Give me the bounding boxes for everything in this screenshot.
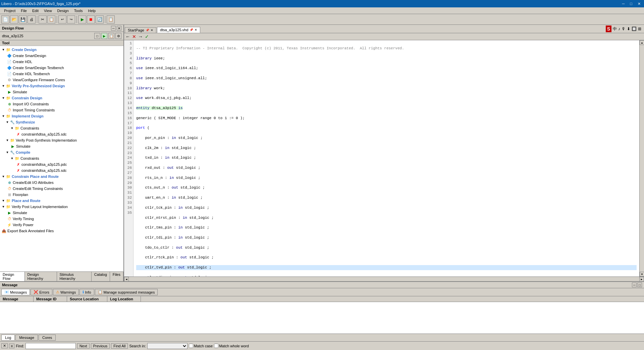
tree-synth-sdc[interactable]: ✗ constraint\dtsa_a3p125.sdc [1, 131, 123, 137]
msg-tab-errors[interactable]: ❌ Errors [31, 289, 52, 295]
toolbar-refresh[interactable]: 🔄 [96, 15, 104, 23]
tree-verify-timing[interactable]: ⏱ Verify Timing [1, 216, 123, 222]
toolbar-extra[interactable]: 📋 [107, 15, 115, 23]
toolbar-undo[interactable]: ↩ [58, 15, 66, 23]
col-message[interactable]: Message [0, 296, 34, 302]
tree-verify-power[interactable]: ⚡ Verify Power [1, 222, 123, 228]
tree-constrain-design[interactable]: ▼ 📁 Constrain Design [1, 95, 123, 101]
find-next-btn[interactable]: Next [77, 343, 90, 349]
tree-create-design[interactable]: ▼ 📁 Create Design [1, 47, 123, 53]
design-view-btn[interactable]: □ [94, 33, 100, 39]
toolbar-copy[interactable]: 📋 [47, 15, 55, 23]
title-controls[interactable]: ─ □ ✕ [620, 2, 643, 6]
minimize-button[interactable]: ─ [620, 2, 627, 6]
tree-constrain-place-route[interactable]: ▼ 📁 Constrain Place and Route [1, 173, 123, 180]
dtsa-tab-close[interactable]: ✕ [195, 28, 197, 32]
tree-implement-design[interactable]: ▼ 📁 Implement Design [1, 113, 123, 119]
menu-design[interactable]: Design [55, 8, 71, 13]
toolbar-stop[interactable]: ⏹ [87, 15, 95, 23]
scroll-up-btn[interactable]: ▲ [640, 40, 644, 45]
toolbar-run[interactable]: ▶ [78, 15, 86, 23]
tree-place-route[interactable]: ▼ 📁 Place and Route [1, 198, 123, 204]
df-tab-files[interactable]: Files [110, 272, 123, 281]
toolbar-new[interactable]: 📄 [1, 15, 9, 23]
tree-compile-sdc[interactable]: ✗ constraint\dtsa_a3p125.sdc [1, 167, 123, 173]
msg-tab-warnings[interactable]: ⚠ Warnings [53, 289, 79, 295]
tree-create-timing[interactable]: ⏱ Create/Edit Timing Constraints [1, 186, 123, 192]
msg-maximize-btn[interactable]: □ [637, 283, 642, 287]
tree-verify-pre[interactable]: ▼ 📁 Verify Pre-Synthesized Design [1, 83, 123, 89]
df-tab-design-hierarchy[interactable]: Design Hierarchy [25, 272, 57, 281]
menu-file[interactable]: File [18, 8, 30, 13]
tree-simulate-1[interactable]: ▶ Simulate [1, 89, 123, 95]
col-source-location[interactable]: Source Location [67, 296, 107, 302]
editor-scrollbar[interactable]: ▲ ▼ [639, 40, 644, 277]
close-button[interactable]: ✕ [636, 2, 643, 6]
code-content[interactable]: -- TI Proprietary Information - Internal… [133, 40, 639, 277]
tree-expand-implement[interactable]: ▼ [1, 114, 5, 118]
toolbar-save[interactable]: 💾 [19, 15, 27, 23]
search-in-select[interactable] [147, 343, 187, 349]
df-tab-catalog[interactable]: Catalog [92, 272, 110, 281]
tree-expand-create-design[interactable]: ▼ [1, 48, 5, 52]
tree-compile-constraints[interactable]: ▼ 📁 Constraints [1, 155, 123, 161]
tree-expand-verify-post[interactable]: ▼ [5, 138, 9, 142]
toolbar-cut[interactable]: ✂ [39, 15, 47, 23]
restore-button[interactable]: □ [628, 2, 634, 6]
msg-minimize-btn[interactable]: ─ [632, 283, 637, 287]
design-flow-minimize-btn[interactable]: ─ [111, 26, 116, 31]
tree-verify-post-synth[interactable]: ▼ 📁 Verify Post-Synthesis Implementation [1, 137, 123, 143]
tree-expand-synth-const[interactable]: ▼ [10, 126, 14, 130]
menu-view[interactable]: View [41, 8, 55, 13]
msg-tab-suppressed[interactable]: 📋 Manage suppressed messages [95, 289, 158, 295]
design-flow-close-btn[interactable]: ✕ [117, 26, 121, 31]
design-settings-btn[interactable]: ⚙ [115, 33, 121, 39]
menu-edit[interactable]: Edit [30, 8, 41, 13]
tree-expand-verify-pre[interactable]: ▼ [1, 84, 5, 88]
match-whole-checkbox[interactable] [214, 344, 218, 348]
toolbar-print[interactable]: 🖨 [28, 15, 36, 23]
col-log-location[interactable]: Log Location [107, 296, 141, 302]
startpage-tab-close[interactable]: ✕ [151, 29, 153, 32]
find-input[interactable] [25, 343, 76, 349]
find-close-x[interactable]: ✕ [1, 343, 8, 348]
find-all-btn[interactable]: Find All [111, 343, 128, 349]
menu-help[interactable]: Help [86, 8, 99, 13]
find-previous-btn[interactable]: Previous [91, 343, 110, 349]
toolbar-redo[interactable]: ↪ [67, 15, 75, 23]
tree-import-timing[interactable]: ⏱ Import Timing Constraints [1, 107, 123, 113]
col-message-id[interactable]: Message ID [34, 296, 67, 302]
editor-check-btn[interactable]: ✓ [145, 34, 149, 39]
scroll-down-btn[interactable]: ▼ [640, 272, 644, 277]
bottom-tab-message[interactable]: Message [15, 335, 38, 341]
tree-import-io[interactable]: ⊕ Import I/O Constraints [1, 101, 123, 107]
startpage-tab-pin[interactable]: 📌 [146, 29, 149, 32]
match-case-checkbox[interactable] [189, 344, 193, 348]
editor-hscrollbar[interactable]: ◄ ► [124, 277, 644, 281]
bottom-tab-cores[interactable]: Cores [39, 335, 56, 341]
tree-simulate-2[interactable]: ▶ Simulate [1, 143, 123, 149]
menu-tools[interactable]: Tools [71, 8, 86, 13]
tree-create-hdl[interactable]: 📄 Create HDL [1, 59, 123, 65]
tree-compile-pdc[interactable]: ✗ constraint\dtsa_a3p125.pdc [1, 161, 123, 167]
tree-create-hdl-tb[interactable]: 📄 Create HDL Testbench [1, 71, 123, 77]
dtsa-tab-pin[interactable]: 📌 [190, 28, 193, 32]
design-report-btn[interactable]: 📋 [108, 33, 114, 39]
tree-simulate-3[interactable]: ▶ Simulate [1, 210, 123, 216]
design-run-btn[interactable]: ▶ [101, 33, 107, 39]
tree-expand-compile-const[interactable]: ▼ [10, 156, 14, 160]
toolbar-open[interactable]: 📂 [10, 15, 18, 23]
tree-expand-verify-post-layout[interactable]: ▼ [1, 205, 5, 209]
bottom-tab-log[interactable]: Log [1, 335, 15, 341]
tree-synth-constraints[interactable]: ▼ 📁 Constraints [1, 125, 123, 131]
tree-expand-pr[interactable]: ▼ [1, 199, 5, 203]
tree-expand-constrain-pr[interactable]: ▼ [1, 174, 5, 179]
tree-expand-constrain[interactable]: ▼ [1, 96, 5, 100]
df-tab-stimulus[interactable]: Stimulus Hierarchy [57, 272, 92, 281]
tree-expand-synth[interactable]: ▼ [5, 120, 9, 124]
editor-back-btn[interactable]: ← [125, 34, 130, 39]
msg-tab-info[interactable]: ℹ Info [79, 289, 94, 295]
tree-floorplan[interactable]: ⊞ Floorplan [1, 192, 123, 198]
scroll-right-btn[interactable]: ► [639, 277, 644, 281]
msg-tab-messages[interactable]: 📧 Messages [1, 289, 30, 295]
